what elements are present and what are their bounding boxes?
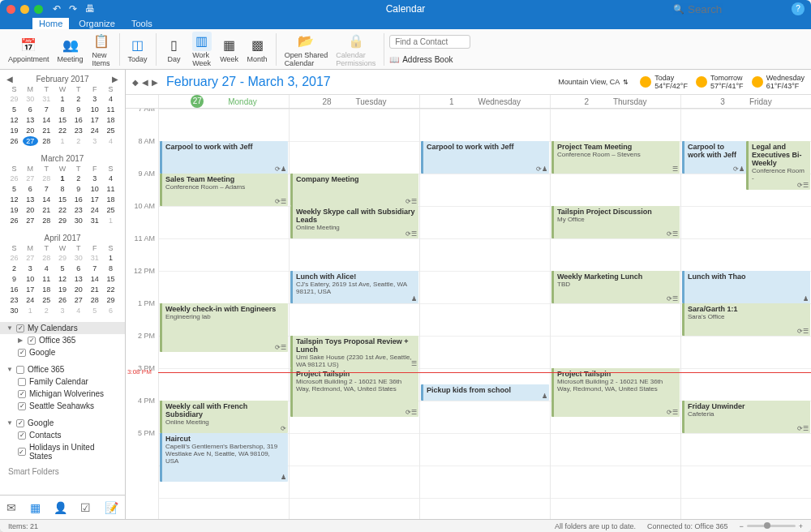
mini-day[interactable]: 10 (23, 274, 38, 284)
mini-day[interactable]: 4 (103, 174, 118, 183)
mini-day[interactable]: 6 (23, 105, 38, 114)
mini-day[interactable]: 17 (87, 195, 102, 204)
print-icon[interactable]: 🖶 (85, 3, 95, 15)
mini-day[interactable]: 19 (55, 285, 71, 294)
mini-day[interactable]: 18 (103, 195, 118, 204)
prev-week-icon[interactable]: ◀ (142, 78, 148, 87)
tab-tools[interactable]: Tools (125, 18, 159, 29)
day-column[interactable]: Carpool to work with Jeff⟳♟Pickup kids f… (419, 109, 550, 519)
mini-day[interactable]: 13 (71, 274, 86, 284)
calendar-nav-icon[interactable]: ▦ (30, 501, 41, 514)
mini-day[interactable]: 19 (6, 205, 22, 215)
mini-day[interactable]: 27 (23, 216, 38, 225)
tree-holidays[interactable]: ✓Holidays in United States (0, 441, 125, 462)
tasks-icon[interactable]: ☑ (80, 501, 91, 514)
calendar-event[interactable]: Pickup kids from school♟ (421, 384, 549, 401)
address-book-button[interactable]: 📖Address Book (389, 55, 470, 64)
calendar-event[interactable]: Project Team MeetingConference Room – St… (551, 141, 680, 174)
mini-day[interactable]: 16 (6, 285, 22, 294)
smart-folders-label[interactable]: Smart Folders (0, 462, 125, 481)
mini-day[interactable]: 28 (39, 136, 54, 146)
calendar-grid[interactable]: 7 AM8 AM9 AM10 AM11 AM12 PM1 PM2 PM3 PM4… (126, 109, 811, 519)
calendar-event[interactable]: Sara/Garth 1:1Sara's Office⟳☰ (682, 303, 810, 336)
day-column[interactable]: Project Team MeetingConference Room – St… (550, 109, 680, 519)
day-column[interactable]: Carpool to work with Jeff⟳♟Legal and Exe… (680, 109, 811, 519)
mini-day[interactable]: 2 (6, 264, 22, 273)
calendar-event[interactable]: Legal and Executives Bi-WeeklyConference… (746, 141, 810, 190)
calendar-event[interactable]: HaircutCapelli's Gentlemen's Barbershop,… (160, 433, 288, 482)
work-week-button[interactable]: ▥Work Week (189, 30, 215, 69)
mini-day[interactable]: 13 (23, 115, 38, 125)
mini-day[interactable]: 5 (6, 184, 22, 194)
mini-day[interactable]: 26 (6, 216, 22, 225)
minimize-icon[interactable] (20, 5, 29, 14)
mini-day[interactable]: 21 (39, 205, 54, 215)
day-header[interactable]: 27Monday (158, 95, 289, 108)
mini-day[interactable]: 27 (71, 295, 86, 305)
mini-day[interactable]: 17 (87, 115, 102, 125)
mini-day[interactable]: 14 (39, 115, 54, 125)
mini-day[interactable]: 4 (103, 94, 118, 104)
mini-day[interactable]: 12 (6, 115, 22, 125)
mini-day[interactable]: 11 (103, 184, 118, 194)
mini-day[interactable]: 6 (71, 264, 86, 273)
calendar-event[interactable]: Carpool to work with Jeff⟳♟ (682, 141, 746, 174)
mail-icon[interactable]: ✉ (6, 501, 16, 514)
tree-google-b[interactable]: ▼✓Google (0, 417, 125, 429)
mini-day[interactable]: 22 (55, 126, 71, 135)
mini-day[interactable]: 26 (6, 136, 22, 146)
calendar-event[interactable]: Weekly Marketing LunchTBD⟳☰ (551, 271, 680, 303)
calendar-event[interactable]: Sales Team MeetingConference Room – Adam… (160, 174, 288, 206)
weather-day[interactable]: Tomorrow57°F/41°F (696, 74, 744, 90)
month-button[interactable]: ▩Month (244, 34, 271, 65)
tree-contacts[interactable]: ✓Contacts (0, 429, 125, 441)
mini-day[interactable]: 1 (103, 253, 118, 263)
calendar-event[interactable]: Weekly call with French SubsidiaryOnline… (160, 401, 288, 433)
day-column[interactable]: Company Meeting⟳☰Weekly Skype call with … (289, 109, 419, 519)
help-icon[interactable]: ? (792, 2, 805, 15)
mini-day[interactable]: 23 (71, 126, 86, 135)
mini-day[interactable]: 18 (103, 115, 118, 125)
tree-my-calendars[interactable]: ▼✓My Calendars (0, 322, 125, 334)
tree-google-a[interactable]: ✓Google (0, 346, 125, 358)
mini-day[interactable]: 8 (55, 105, 71, 114)
day-column[interactable]: Carpool to work with Jeff⟳♟Sales Team Me… (158, 109, 289, 519)
tree-office365-a[interactable]: ▶✓Office 365 (0, 334, 125, 346)
mini-day[interactable]: 3 (87, 174, 102, 183)
mini-day[interactable]: 1 (55, 94, 71, 104)
tree-seattle[interactable]: ✓Seattle Seahawks (0, 400, 125, 412)
open-shared-button[interactable]: 📂Open Shared Calendar (281, 30, 332, 69)
mini-day[interactable]: 15 (103, 274, 118, 284)
calendar-event[interactable]: Lunch with Thao♟ (682, 271, 810, 303)
mini-day[interactable]: 20 (71, 285, 86, 294)
mini-day[interactable]: 29 (103, 295, 118, 305)
calendar-event[interactable]: Friday UnwinderCafeteria⟳☰ (682, 401, 810, 433)
tab-home[interactable]: Home (32, 18, 69, 29)
zoom-in-icon[interactable]: + (799, 522, 803, 530)
location-picker[interactable]: Mountain View, CA⇅ (558, 78, 629, 86)
people-icon[interactable]: 👤 (54, 501, 67, 514)
mini-day[interactable]: 31 (87, 216, 102, 225)
mini-day[interactable]: 9 (71, 184, 86, 194)
mini-day[interactable]: 20 (23, 205, 38, 215)
mini-day[interactable]: 9 (6, 274, 22, 284)
calendar-event[interactable]: Project TailspinMicrosoft Building 2 - 1… (290, 368, 418, 417)
mini-day[interactable]: 25 (103, 205, 118, 215)
mini-day[interactable]: 24 (87, 126, 102, 135)
search-input[interactable] (688, 3, 785, 15)
tree-office365-b[interactable]: ▼Office 365 (0, 363, 125, 375)
zoom-icon[interactable] (34, 5, 43, 14)
mini-day[interactable]: 16 (71, 195, 86, 204)
mini-day[interactable]: 7 (39, 184, 54, 194)
mini-day[interactable]: 3 (23, 264, 38, 273)
day-header[interactable]: 2Thursday (550, 95, 680, 108)
mini-day[interactable]: 19 (6, 126, 22, 135)
mini-day[interactable]: 25 (39, 295, 54, 305)
mini-day[interactable]: 5 (6, 105, 22, 114)
tab-organize[interactable]: Organize (72, 18, 122, 29)
mini-day[interactable]: 11 (103, 105, 118, 114)
calendar-event[interactable]: Tailspin Project DiscussionMy Office⟳☰ (551, 206, 680, 238)
mini-day[interactable]: 11 (39, 274, 54, 284)
mini-day[interactable]: 28 (39, 216, 54, 225)
mini-day[interactable]: 5 (55, 264, 71, 273)
